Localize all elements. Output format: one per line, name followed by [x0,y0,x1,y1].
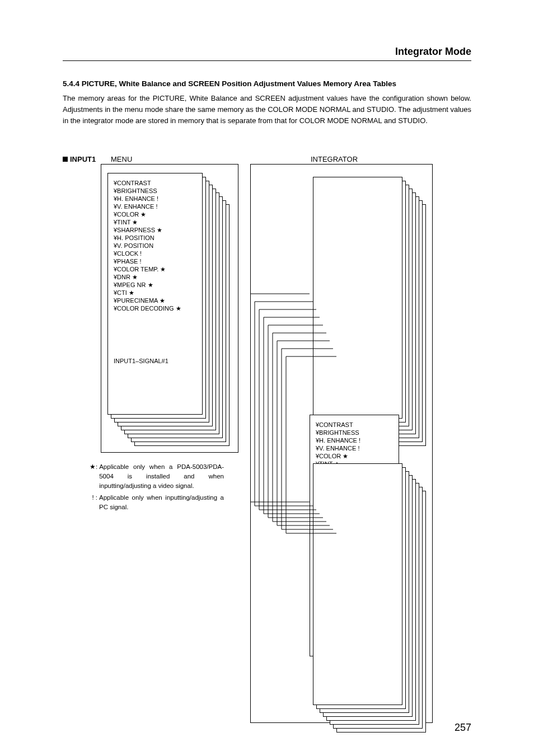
integ-a-stack-1 [313,177,402,419]
section-body: The memory areas for the PICTURE, White … [63,93,471,126]
integ-b-stack-1 [313,463,402,705]
label-menu: MENU [111,155,132,163]
square-bullet-icon [63,157,68,162]
menu-stack-front: ¥CONTRAST ¥BRIGHTNESS ¥H. ENHANCE ! ¥V. … [107,173,203,415]
legend-excl-text: Applicable only when inputting/adjusting… [99,493,224,512]
header-rule [63,60,471,61]
legend-star-mark: ★: [90,462,99,491]
legend: ★: Applicable only when a PDA-5003/PDA-5… [90,462,224,514]
section-heading: 5.4.4 PICTURE, White Balance and SCREEN … [63,79,396,88]
label-input1-text: INPUT1 [70,155,96,163]
label-input1: INPUT1 [63,155,96,163]
header-title: Integrator Mode [395,46,471,58]
label-integrator: INTEGRATOR [311,155,358,163]
menu-footer: INPUT1–SIGNAL#1 [108,354,202,370]
page-number: 257 [455,722,471,734]
legend-star-text: Applicable only when a PDA-5003/PDA-5004… [99,462,224,491]
menu-items: ¥CONTRAST ¥BRIGHTNESS ¥H. ENHANCE ! ¥V. … [108,173,202,314]
legend-row-excl: ! : Applicable only when inputting/adjus… [90,493,224,512]
legend-row-star: ★: Applicable only when a PDA-5003/PDA-5… [90,462,224,491]
legend-excl-mark: ! : [90,493,99,512]
